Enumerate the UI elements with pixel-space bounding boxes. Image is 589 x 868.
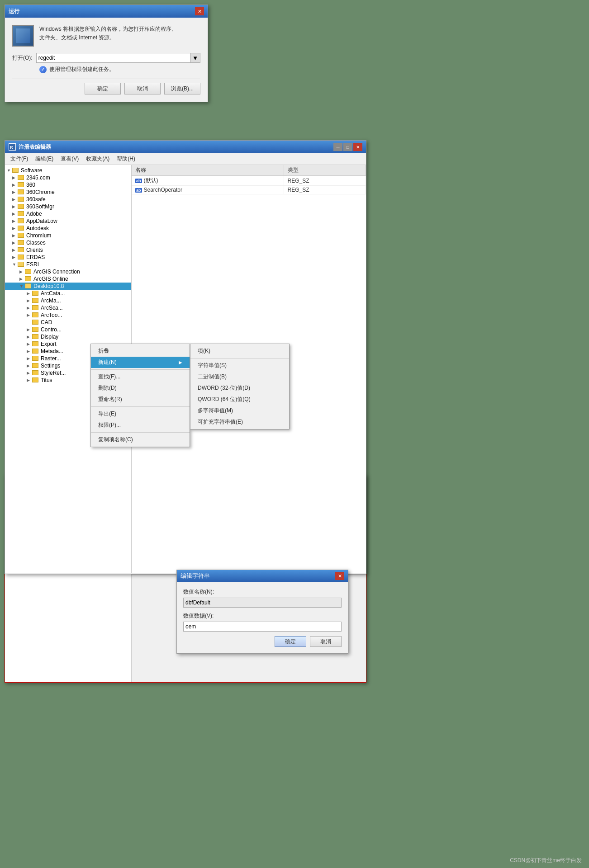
submenu-multistring[interactable]: 多字符串值(M) (190, 405, 289, 416)
submenu-key[interactable]: 项(K) (190, 345, 289, 357)
tree-item-autodesk[interactable]: ▶ Autodesk (5, 225, 131, 232)
detail-type: REG_SZ (284, 186, 366, 194)
folder-icon (18, 197, 25, 203)
run-ok-button[interactable]: 确定 (85, 83, 121, 94)
submenu-string[interactable]: 字符串值(S) (190, 360, 289, 371)
ctx-new-arrow: ▶ (179, 360, 182, 365)
submenu-binary[interactable]: 二进制值(B) (190, 371, 289, 382)
tree-item-arctoolbox[interactable]: ▶ ArcToo... (5, 311, 131, 319)
folder-icon (18, 240, 25, 246)
folder-icon (25, 276, 32, 282)
uac-row: ✓ 使用管理权限创建此任务。 (39, 66, 200, 73)
folder-icon (18, 255, 25, 260)
watermark: CSDN@初下青丝me终于白发 (510, 857, 582, 864)
tree-item-cad[interactable]: CAD (5, 319, 131, 326)
tree-item-erdas[interactable]: ▶ ERDAS (5, 254, 131, 261)
col-type: 类型 (284, 165, 366, 176)
tree-item-2345[interactable]: ▶ 2345.com (5, 174, 131, 181)
tree-item-chromium[interactable]: ▶ Chromium (5, 232, 131, 239)
regedit-title-text: 注册表编辑器 (19, 143, 51, 151)
run-buttons: 确定 取消 浏览(B)... (12, 79, 200, 94)
edit-buttons: 确定 取消 (183, 636, 342, 647)
tree-item-display[interactable]: ▶ Display (5, 333, 131, 340)
ctx-separator3 (91, 432, 190, 433)
run-input-field[interactable] (36, 53, 190, 63)
run-dialog-body: Windows 将根据您所输入的名称，为您打开相应的程序、 文件夹、文档或 In… (5, 18, 208, 102)
ctx-rename[interactable]: 重命名(R) (91, 394, 190, 405)
tree-item-360chrome[interactable]: ▶ 360Chrome (5, 189, 131, 196)
folder-icon (25, 283, 32, 289)
folder-icon (18, 189, 25, 195)
tree-item-adobe[interactable]: ▶ Adobe (5, 210, 131, 217)
folder-icon (32, 370, 39, 376)
regedit-titlebar: R 注册表编辑器 ─ □ ✕ (5, 141, 366, 153)
tree-item-clients[interactable]: ▶ Clients (5, 246, 131, 254)
uac-icon: ✓ (39, 66, 47, 73)
edit-string-body: 数值名称(N): 数值数据(V): 确定 取消 (177, 582, 348, 653)
tree-item-360[interactable]: ▶ 360 (5, 181, 131, 189)
ctx-permissions[interactable]: 权限(P)... (91, 420, 190, 431)
menu-help[interactable]: 帮助(H) (113, 154, 139, 164)
edit-data-row: 数值数据(V): (183, 612, 342, 632)
tree-item-appdatalow[interactable]: ▶ AppDataLow (5, 217, 131, 225)
edit-cancel-button[interactable]: 取消 (310, 636, 342, 647)
tree-item-esri[interactable]: ▼ ESRI (5, 261, 131, 268)
submenu-dword[interactable]: DWORD (32-位)值(D) (190, 382, 289, 394)
submenu: 项(K) 字符串值(S) 二进制值(B) DWORD (32-位)值(D) QW… (190, 344, 290, 429)
detail-name: abSearchOperator (132, 186, 284, 194)
tree-item-360safe[interactable]: ▶ 360safe (5, 196, 131, 203)
ab-icon: ab (135, 188, 142, 193)
menu-favorites[interactable]: 收藏夹(A) (82, 154, 113, 164)
edit-name-input[interactable] (183, 598, 342, 608)
run-desc-line1: Windows 将根据您所输入的名称，为您打开相应的程序、 (39, 25, 177, 33)
tree-item-desktop108[interactable]: ▼ Desktop10.8 (5, 283, 131, 290)
tree-item-arcmap[interactable]: ▶ ArcMa... (5, 297, 131, 304)
edit-string-close-button[interactable]: ✕ (335, 572, 344, 580)
run-desc-line2: 文件夹、文档或 Internet 资源。 (39, 33, 177, 42)
ctx-new[interactable]: 新建(N) ▶ (91, 357, 190, 368)
tree-item-arccata[interactable]: ▶ ArcCata... (5, 290, 131, 297)
run-dialog-title: 运行 (9, 8, 19, 15)
folder-icon (18, 175, 25, 181)
submenu-sep1 (190, 358, 289, 359)
menu-edit[interactable]: 编辑(E) (32, 154, 57, 164)
regedit-minimize-button[interactable]: ─ (333, 143, 342, 151)
regedit-window-controls: ─ □ ✕ (333, 143, 362, 151)
run-input-row: 打开(O): ▼ (12, 53, 200, 63)
ctx-copy-name[interactable]: 复制项名称(C) (91, 434, 190, 445)
tree-item-arcgis-connection[interactable]: ▶ ArcGIS Connection (5, 268, 131, 275)
tree-item-classes[interactable]: ▶ Classes (5, 239, 131, 246)
folder-icon (18, 233, 25, 239)
folder-icon (18, 211, 25, 217)
ctx-delete[interactable]: 删除(D) (91, 382, 190, 394)
tree-item-controls[interactable]: ▶ Contro... (5, 326, 131, 333)
run-dialog: 运行 ✕ Windows 将根据您所输入的名称，为您打开相应的程序、 文件夹、文… (5, 5, 208, 102)
menu-file[interactable]: 文件(F) (7, 154, 32, 164)
uac-text: 使用管理权限创建此任务。 (49, 66, 114, 73)
ctx-find[interactable]: 查找(F)... (91, 371, 190, 382)
detail-row[interactable]: abSearchOperator REG_SZ (132, 186, 366, 194)
submenu-qword[interactable]: QWORD (64 位)值(Q) (190, 394, 289, 405)
ctx-collapse[interactable]: 折叠 (91, 345, 190, 357)
tree-item-software[interactable]: ▼ Software (5, 167, 131, 174)
svg-text:R: R (10, 145, 13, 150)
edit-ok-button[interactable]: 确定 (275, 636, 306, 647)
tree-item-arcscan[interactable]: ▶ ArcSca... (5, 304, 131, 311)
submenu-expandstring[interactable]: 可扩充字符串值(E) (190, 416, 289, 428)
run-dropdown-button[interactable]: ▼ (190, 53, 200, 63)
run-cancel-button[interactable]: 取消 (124, 83, 161, 94)
edit-name-label: 数值名称(N): (183, 588, 342, 596)
folder-icon (18, 247, 25, 253)
run-browse-button[interactable]: 浏览(B)... (164, 83, 200, 94)
regedit-app-icon: R (9, 143, 16, 151)
tree-item-arcgis-online[interactable]: ▶ ArcGIS Online (5, 275, 131, 283)
tree-item-360softmgr[interactable]: ▶ 360SoftMgr (5, 203, 131, 210)
menu-view[interactable]: 查看(V) (57, 154, 82, 164)
ctx-export[interactable]: 导出(E) (91, 408, 190, 420)
regedit-close-button[interactable]: ✕ (353, 143, 362, 151)
detail-row[interactable]: ab(默认) REG_SZ (132, 176, 366, 186)
regedit-maximize-button[interactable]: □ (343, 143, 352, 151)
ctx-new-label: 新建(N) (98, 359, 117, 366)
edit-data-input[interactable] (183, 622, 342, 632)
run-dialog-close-button[interactable]: ✕ (195, 7, 204, 15)
